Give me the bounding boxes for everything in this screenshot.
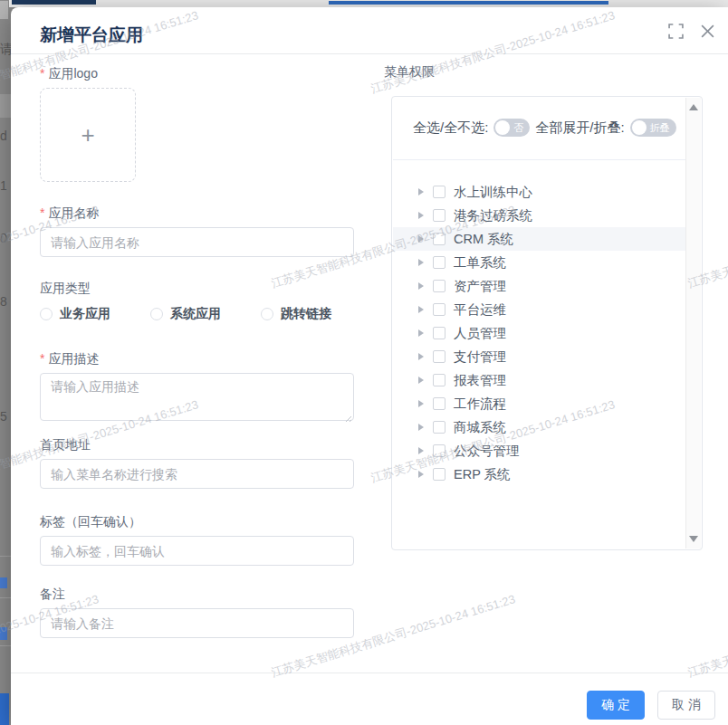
logo-upload-box[interactable]: + [40, 88, 136, 182]
toggle-knob [632, 120, 647, 135]
required-mark: * [40, 351, 44, 366]
tree-item-label: CRM 系统 [454, 231, 513, 248]
chevron-right-icon[interactable] [418, 353, 424, 360]
tree-row[interactable]: 报表管理 [393, 368, 686, 392]
expand-all-label: 全部展开/折叠: [535, 119, 624, 137]
chevron-right-icon[interactable] [418, 188, 424, 196]
tree-item-label: 公众号管理 [454, 443, 520, 460]
background-input-corner [0, 0, 9, 20]
checkbox[interactable] [433, 397, 445, 410]
remark-label: 备注 [40, 585, 354, 603]
chevron-right-icon[interactable] [418, 377, 424, 384]
tree-row[interactable]: CRM 系统 [393, 227, 686, 251]
chevron-right-icon[interactable] [418, 282, 424, 290]
background-row-divider [0, 556, 11, 557]
dialog-footer: 确 定 取 消 [11, 673, 728, 720]
tree-row[interactable]: 工单系统 [393, 251, 686, 274]
checkbox[interactable] [433, 233, 445, 245]
app-type-radio-group: 业务应用系统应用跳转链接 [40, 306, 354, 322]
tree-row[interactable]: ERP 系统 [393, 463, 686, 486]
panel-scrollbar[interactable] [685, 98, 701, 549]
background-button-fragment [0, 693, 9, 725]
chevron-right-icon[interactable] [418, 424, 424, 431]
chevron-right-icon[interactable] [418, 329, 424, 337]
tree-row[interactable]: 商城系统 [393, 415, 686, 439]
required-mark: * [40, 205, 44, 220]
checkbox[interactable] [433, 186, 445, 198]
background-link-fragment [0, 627, 7, 640]
tree-item-label: ERP 系统 [454, 466, 511, 483]
tree-row[interactable]: 公众号管理 [393, 439, 686, 463]
checkbox[interactable] [433, 421, 445, 434]
tree-item-label: 报表管理 [454, 372, 506, 389]
tree-row[interactable]: 港务过磅系统 [393, 204, 686, 227]
app-type-radio-1[interactable]: 系统应用 [150, 306, 221, 322]
checkbox[interactable] [433, 350, 445, 363]
checkbox[interactable] [433, 468, 445, 481]
app-desc-label: *应用描述 [40, 349, 354, 367]
fullscreen-icon[interactable] [668, 24, 684, 39]
menu-permission-label: 菜单权限 [384, 64, 435, 81]
checkbox[interactable] [433, 256, 445, 269]
expand-all-toggle[interactable]: 折叠 [630, 119, 676, 137]
confirm-button[interactable]: 确 定 [587, 691, 645, 720]
chevron-right-icon[interactable] [418, 306, 424, 313]
background-row-divider [0, 645, 11, 646]
app-desc-textarea[interactable] [40, 373, 354, 421]
background-table-row [0, 94, 11, 118]
tree-item-label: 工单系统 [454, 254, 506, 272]
checkbox[interactable] [433, 327, 445, 339]
tree-item-label: 平台运维 [454, 301, 506, 319]
app-type-radio-2[interactable]: 跳转链接 [261, 306, 331, 322]
background-link-fragment [0, 577, 7, 588]
chevron-right-icon[interactable] [418, 471, 424, 478]
tree-row[interactable]: 水上训练中心 [393, 180, 686, 204]
tree-item-label: 水上训练中心 [454, 184, 532, 201]
required-mark: * [40, 66, 44, 81]
scroll-down-icon[interactable] [689, 536, 698, 542]
checkbox[interactable] [433, 444, 445, 457]
homepage-input[interactable] [40, 459, 354, 489]
tree-item-label: 人员管理 [454, 325, 506, 342]
chevron-right-icon[interactable] [418, 259, 424, 266]
scroll-up-icon[interactable] [689, 104, 698, 110]
radio-label: 业务应用 [60, 306, 110, 322]
tree-row[interactable]: 支付管理 [393, 345, 686, 368]
cancel-button[interactable]: 取 消 [657, 691, 715, 720]
tags-label: 标签（回车确认） [40, 512, 354, 530]
tree-item-label: 工作流程 [454, 396, 506, 413]
checkbox[interactable] [433, 209, 445, 222]
select-all-toggle[interactable]: 否 [493, 119, 530, 137]
tree-row[interactable]: 人员管理 [393, 321, 686, 345]
chevron-right-icon[interactable] [418, 447, 424, 454]
background-active-tab-line [329, 1, 608, 5]
tree-row[interactable]: 平台运维 [393, 298, 686, 321]
radio-label: 系统应用 [170, 306, 221, 322]
panel-divider [393, 159, 685, 160]
dialog-header: 新增平台应用 [11, 7, 728, 54]
chevron-right-icon[interactable] [418, 235, 424, 243]
app-type-label: 应用类型 [40, 279, 354, 297]
app-name-label: *应用名称 [40, 204, 354, 222]
toggle-knob [495, 120, 510, 135]
menu-permission-panel: 全选/全不选: 否 全部展开/折叠: 折叠 水上训练中心港务过磅系统CRM 系统… [391, 96, 703, 550]
homepage-label: 首页地址 [40, 435, 354, 453]
select-all-label: 全选/全不选: [413, 119, 488, 137]
tree-row[interactable]: 工作流程 [393, 392, 686, 415]
checkbox[interactable] [433, 374, 445, 386]
app-name-input[interactable] [40, 227, 354, 257]
background-row-divider [0, 597, 11, 598]
tree-item-label: 支付管理 [454, 348, 506, 366]
tree-row[interactable]: 资产管理 [393, 274, 686, 298]
chevron-right-icon[interactable] [418, 400, 424, 407]
close-icon[interactable] [700, 24, 715, 39]
remark-input[interactable] [40, 608, 354, 638]
checkbox[interactable] [433, 303, 445, 316]
tags-input[interactable] [40, 536, 354, 566]
tree-item-label: 商城系统 [454, 419, 506, 436]
app-type-radio-0[interactable]: 业务应用 [40, 306, 110, 322]
radio-circle-icon [150, 308, 163, 320]
chevron-right-icon[interactable] [418, 212, 424, 219]
checkbox[interactable] [433, 280, 445, 292]
toggle-state-label: 否 [513, 119, 523, 137]
